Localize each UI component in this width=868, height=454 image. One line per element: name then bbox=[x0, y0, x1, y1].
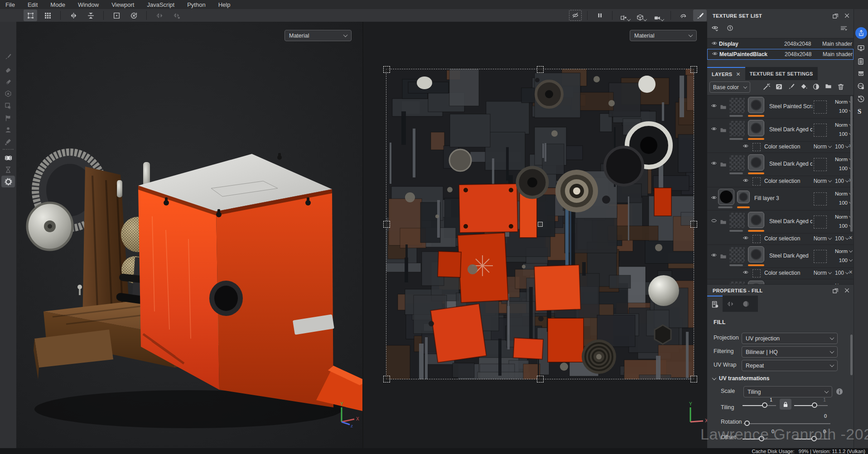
layer-mask-thumbnail[interactable] bbox=[729, 121, 745, 136]
stamp-tool[interactable] bbox=[1, 124, 15, 136]
blend-mode-dropdown[interactable]: Norm bbox=[827, 212, 852, 221]
channel-selector-dropdown[interactable]: Base color bbox=[709, 81, 750, 93]
solo-view-button[interactable] bbox=[726, 25, 734, 32]
layer-thumbnail[interactable] bbox=[718, 189, 734, 205]
blend-mode-dropdown[interactable]: Norm bbox=[827, 155, 852, 164]
opacity-dropdown[interactable]: 100 bbox=[827, 106, 852, 115]
reset-transform-button[interactable] bbox=[127, 10, 140, 21]
layer-content-thumbnail[interactable] bbox=[748, 120, 764, 136]
layer-content-thumbnail[interactable] bbox=[748, 97, 764, 113]
paint-tool-button[interactable] bbox=[693, 10, 707, 21]
effect-mask-slot[interactable] bbox=[752, 269, 761, 277]
shader-settings-button[interactable] bbox=[857, 57, 864, 65]
effect-blend-dropdown[interactable]: Norm bbox=[808, 268, 831, 277]
group-folder-icon[interactable] bbox=[719, 127, 727, 134]
layer-row[interactable]: Steel Dark Aged copy 1Norm100 bbox=[707, 210, 854, 233]
tiling-y-slider[interactable] bbox=[794, 402, 828, 408]
effect-opacity-dropdown[interactable]: 100 bbox=[833, 268, 849, 277]
uv-frame-handle[interactable] bbox=[690, 66, 697, 73]
texture-set-row[interactable]: Display2048x2048Main shader bbox=[707, 38, 854, 49]
layer-mask-thumbnail[interactable] bbox=[729, 247, 745, 263]
shading-mode-dropdown-3d[interactable]: Material bbox=[285, 30, 352, 41]
blend-mode-dropdown[interactable]: Norm bbox=[827, 281, 852, 284]
layer-mask-slot[interactable] bbox=[814, 124, 827, 137]
layer-mask-slot[interactable] bbox=[814, 215, 827, 229]
uv-frame-handle[interactable] bbox=[690, 221, 697, 228]
layer-row[interactable]: Steel Dark Aged copy 3Norm100 bbox=[707, 118, 854, 141]
layers-scrollbar[interactable] bbox=[850, 96, 853, 232]
blend-mode-dropdown[interactable]: Norm bbox=[827, 97, 852, 106]
tab-material[interactable] bbox=[738, 296, 753, 312]
quick-mask-tool[interactable] bbox=[1, 176, 15, 187]
layer-effect-row[interactable]: Color selectionNorm100✕ bbox=[707, 233, 854, 244]
tab-symmetry[interactable] bbox=[723, 296, 738, 312]
shading-mode-dropdown-2d[interactable]: Material bbox=[630, 30, 697, 41]
float-panel-button[interactable] bbox=[832, 13, 839, 19]
perspective-dropdown[interactable] bbox=[635, 10, 648, 21]
effect-blend-dropdown[interactable]: Norm bbox=[808, 234, 831, 243]
uv-frame-handle[interactable] bbox=[383, 66, 390, 73]
layer-content-thumbnail[interactable] bbox=[748, 246, 764, 263]
layer-visibility-toggle[interactable] bbox=[710, 161, 718, 167]
close-panel-button[interactable] bbox=[844, 13, 850, 19]
rotation-slider[interactable] bbox=[743, 421, 830, 426]
projection-dropdown[interactable]: UV projection bbox=[742, 333, 838, 344]
effect-delete-icon[interactable]: ✕ bbox=[849, 235, 853, 241]
tab-layers[interactable]: LAYERS✕ bbox=[707, 67, 745, 80]
layer-effect-row[interactable]: Color selectionNorm100✕ bbox=[707, 141, 854, 153]
uv-frame-handle[interactable] bbox=[537, 66, 544, 73]
eraser-tool[interactable] bbox=[1, 64, 15, 76]
pending-tool[interactable] bbox=[1, 164, 15, 176]
effect-delete-icon[interactable]: ✕ bbox=[849, 269, 853, 275]
viewport-2d[interactable]: Material Y X bbox=[363, 22, 707, 448]
menu-viewport[interactable]: Viewport bbox=[111, 1, 134, 8]
layer-visibility-toggle[interactable] bbox=[710, 104, 718, 109]
layer-row[interactable]: Steel Dark Aged copy 2Norm100 bbox=[707, 153, 854, 176]
visibility-options-button[interactable] bbox=[711, 25, 719, 32]
layer-row[interactable]: Steel Painted Scraped...Norm100 bbox=[707, 95, 854, 118]
camera-dropdown[interactable] bbox=[651, 10, 665, 21]
symmetry-button[interactable] bbox=[153, 10, 166, 21]
uv-tile-grid-button[interactable] bbox=[41, 10, 54, 21]
add-group-button[interactable] bbox=[825, 83, 832, 90]
offset-y-slider[interactable] bbox=[794, 436, 830, 442]
layer-mask-slot[interactable] bbox=[814, 158, 827, 171]
opacity-dropdown[interactable]: 100 bbox=[827, 221, 852, 230]
blend-mode-dropdown[interactable]: Norm bbox=[827, 247, 852, 256]
layer-effect-row[interactable]: Color selectionNorm100✕ bbox=[707, 176, 854, 187]
float-properties-button[interactable] bbox=[832, 287, 839, 294]
mirror-vertical-button[interactable] bbox=[84, 10, 97, 21]
filtering-dropdown[interactable]: Bilinear | HQ bbox=[742, 346, 838, 358]
effect-visibility-toggle[interactable] bbox=[742, 144, 749, 149]
uv-selection-frame[interactable] bbox=[386, 69, 694, 379]
add-smart-material-button[interactable] bbox=[775, 83, 783, 91]
share-button[interactable] bbox=[855, 27, 867, 39]
offset-x-slider[interactable] bbox=[743, 436, 779, 442]
effect-mask-slot[interactable] bbox=[752, 143, 761, 151]
layer-mask-slot[interactable] bbox=[814, 250, 827, 263]
layer-row[interactable]: Steel Dark AgedNorm100 bbox=[707, 244, 854, 268]
layer-content-thumbnail[interactable] bbox=[737, 191, 750, 203]
group-folder-icon[interactable] bbox=[719, 104, 727, 110]
texture-set-visibility-icon[interactable] bbox=[710, 52, 719, 57]
properties-scrollbar[interactable] bbox=[850, 335, 853, 375]
effect-visibility-toggle[interactable] bbox=[742, 178, 749, 184]
add-fill-layer-button[interactable] bbox=[800, 83, 808, 91]
layer-visibility-toggle[interactable] bbox=[710, 253, 718, 258]
layer-visibility-toggle[interactable] bbox=[710, 196, 718, 201]
tiling-x-slider[interactable] bbox=[743, 402, 776, 408]
geometry-mask-tool[interactable] bbox=[1, 112, 15, 124]
effect-mask-slot[interactable] bbox=[752, 177, 761, 186]
add-effect-button[interactable] bbox=[762, 83, 770, 91]
texture-set-visibility-icon[interactable] bbox=[710, 41, 719, 47]
pause-engine-button[interactable] bbox=[593, 10, 607, 21]
list-options-button[interactable] bbox=[839, 25, 848, 32]
add-smart-mask-button[interactable] bbox=[812, 83, 820, 91]
mirror-horizontal-button[interactable] bbox=[67, 10, 80, 21]
layer-mask-thumbnail[interactable] bbox=[729, 98, 745, 113]
frame-selection-button[interactable] bbox=[110, 10, 123, 21]
tab-texture-set-settings[interactable]: TEXTURE SET SETTINGS bbox=[745, 67, 818, 80]
add-paint-layer-button[interactable] bbox=[788, 83, 795, 90]
hide-ui-button[interactable] bbox=[569, 10, 582, 21]
opacity-dropdown[interactable]: 100 bbox=[827, 198, 852, 207]
